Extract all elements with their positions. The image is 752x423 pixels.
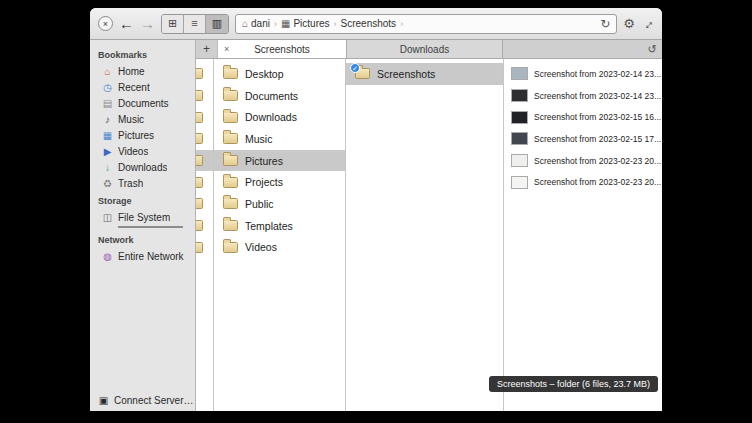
settings-gear-button[interactable]: ⚙ bbox=[623, 17, 635, 30]
sidebar-section-bookmarks: Bookmarks bbox=[90, 45, 195, 63]
breadcrumb-current[interactable]: Screenshots bbox=[341, 18, 397, 29]
network-globe-icon: ◍ bbox=[102, 251, 113, 262]
file-row[interactable]: Screenshot from 2023-02-14 23... bbox=[504, 63, 662, 85]
bookmarks-list: ⌂ Home ◷ Recent ▤ Documents ♪ bbox=[90, 63, 195, 191]
sidebar-item[interactable]: ♻ Trash bbox=[90, 175, 195, 191]
folder-row[interactable]: Projects bbox=[214, 171, 345, 193]
folder-name: Screenshots bbox=[377, 68, 435, 80]
folder-name: Documents bbox=[245, 90, 298, 102]
column-view-button[interactable]: ▥ bbox=[206, 15, 228, 33]
disk-usage-bar bbox=[118, 226, 183, 228]
partial-row[interactable] bbox=[196, 128, 213, 150]
folder-name: Downloads bbox=[245, 111, 297, 123]
sidebar-item-label: Recent bbox=[118, 82, 150, 93]
column-pictures: ✓ Screenshots bbox=[346, 59, 504, 411]
sidebar-item[interactable]: ♪ Music bbox=[90, 111, 195, 127]
drive-icon: ◫ bbox=[102, 212, 113, 223]
sidebar-item-icon: ♪ bbox=[102, 114, 113, 125]
partial-row[interactable] bbox=[196, 150, 213, 172]
partial-row[interactable] bbox=[196, 215, 213, 237]
list-view-button[interactable]: ≡ bbox=[184, 15, 206, 33]
back-button[interactable]: ← bbox=[119, 16, 134, 31]
sidebar-item-network[interactable]: ◍ Entire Network bbox=[90, 248, 195, 264]
folder-icon: ▦ bbox=[281, 18, 290, 29]
folder-row[interactable]: Templates bbox=[214, 215, 345, 237]
view-switcher: ⊞ ≡ ▥ bbox=[161, 14, 229, 34]
sidebar-item[interactable]: ▦ Pictures bbox=[90, 127, 195, 143]
folder-icon bbox=[196, 90, 203, 101]
history-icon[interactable]: ↺ bbox=[642, 40, 662, 58]
file-row[interactable]: Screenshot from 2023-02-14 23... bbox=[504, 85, 662, 107]
folder-icon bbox=[223, 133, 238, 144]
file-row[interactable]: Screenshot from 2023-02-23 20... bbox=[504, 150, 662, 172]
sidebar-item-label: File System bbox=[118, 212, 170, 223]
tab-bar-spacer bbox=[503, 40, 642, 58]
new-tab-button[interactable]: + bbox=[196, 40, 218, 58]
folder-icon: ✓ bbox=[355, 68, 370, 79]
partial-row[interactable] bbox=[196, 171, 213, 193]
sidebar-item[interactable]: ↓ Downloads bbox=[90, 159, 195, 175]
file-name: Screenshot from 2023-02-23 20... bbox=[534, 156, 661, 166]
partial-row[interactable] bbox=[196, 106, 213, 128]
sidebar-item[interactable]: ▤ Documents bbox=[90, 95, 195, 111]
home-icon: ⌂ bbox=[242, 18, 248, 29]
refresh-icon[interactable]: ↻ bbox=[600, 17, 610, 31]
tab-close-icon[interactable]: × bbox=[224, 44, 229, 54]
sidebar-item-icon: ♻ bbox=[102, 178, 113, 189]
file-name: Screenshot from 2023-02-15 16... bbox=[534, 112, 661, 122]
breadcrumb-home[interactable]: ⌂ dani bbox=[242, 18, 270, 29]
column-home: Desktop Documents Downloads bbox=[214, 59, 346, 411]
breadcrumb[interactable]: ⌂ dani › ▦ Pictures › Screenshots › ↻ bbox=[235, 14, 617, 34]
sidebar-item-filesystem[interactable]: ◫ File System bbox=[90, 209, 195, 225]
fullscreen-expand-button[interactable]: ↔ bbox=[638, 14, 658, 34]
file-name: Screenshot from 2023-02-23 20... bbox=[534, 177, 661, 187]
folder-row[interactable]: Documents bbox=[214, 85, 345, 107]
connect-server-item[interactable]: ▣ Connect Server… bbox=[90, 395, 195, 406]
folder-icon bbox=[196, 242, 203, 253]
breadcrumb-pictures[interactable]: ▦ Pictures bbox=[281, 18, 330, 29]
tab-downloads[interactable]: Downloads bbox=[347, 40, 503, 58]
folder-row[interactable]: Music bbox=[214, 128, 345, 150]
window-close-button[interactable]: × bbox=[98, 16, 113, 31]
grid-view-button[interactable]: ⊞ bbox=[162, 15, 184, 33]
folder-row[interactable]: ✓ Screenshots bbox=[346, 63, 503, 85]
sidebar-item-label: Music bbox=[118, 114, 144, 125]
sidebar-item-label: Entire Network bbox=[118, 251, 184, 262]
tab-screenshots[interactable]: × Screenshots bbox=[218, 40, 347, 58]
miller-columns: Desktop Documents Downloads bbox=[196, 59, 662, 411]
folder-icon bbox=[223, 177, 238, 188]
file-row[interactable]: Screenshot from 2023-02-15 17... bbox=[504, 128, 662, 150]
breadcrumb-label: Pictures bbox=[293, 18, 329, 29]
sidebar-item[interactable]: ▶ Videos bbox=[90, 143, 195, 159]
folder-row[interactable]: Desktop bbox=[214, 63, 345, 85]
sidebar-item[interactable]: ⌂ Home bbox=[90, 63, 195, 79]
folder-icon bbox=[223, 155, 238, 166]
folder-icon bbox=[223, 198, 238, 209]
file-thumbnail bbox=[511, 154, 528, 167]
partial-row[interactable] bbox=[196, 63, 213, 85]
sidebar-item[interactable]: ◷ Recent bbox=[90, 79, 195, 95]
folder-row[interactable]: Downloads bbox=[214, 106, 345, 128]
folder-row[interactable]: Videos bbox=[214, 237, 345, 259]
folder-row[interactable]: Pictures bbox=[214, 150, 345, 172]
folder-icon bbox=[196, 68, 203, 79]
file-row[interactable]: Screenshot from 2023-02-23 20... bbox=[504, 171, 662, 193]
sidebar-section-network: Network bbox=[90, 230, 195, 248]
breadcrumb-label: Screenshots bbox=[341, 18, 397, 29]
tab-label: Screenshots bbox=[254, 44, 310, 55]
partial-row[interactable] bbox=[196, 237, 213, 259]
file-name: Screenshot from 2023-02-14 23... bbox=[534, 69, 661, 79]
partial-row[interactable] bbox=[196, 193, 213, 215]
folder-icon bbox=[223, 90, 238, 101]
network-list: ◍ Entire Network bbox=[90, 248, 195, 264]
tab-label: Downloads bbox=[400, 44, 449, 55]
forward-button[interactable]: → bbox=[140, 16, 155, 31]
main-area: + × Screenshots Downloads ↺ bbox=[196, 40, 662, 411]
sidebar-item-label: Downloads bbox=[118, 162, 167, 173]
sidebar-item-icon: ▦ bbox=[102, 130, 113, 141]
folder-icon bbox=[196, 112, 203, 123]
partial-row[interactable] bbox=[196, 85, 213, 107]
file-row[interactable]: Screenshot from 2023-02-15 16... bbox=[504, 106, 662, 128]
file-thumbnail bbox=[511, 176, 528, 189]
folder-row[interactable]: Public bbox=[214, 193, 345, 215]
